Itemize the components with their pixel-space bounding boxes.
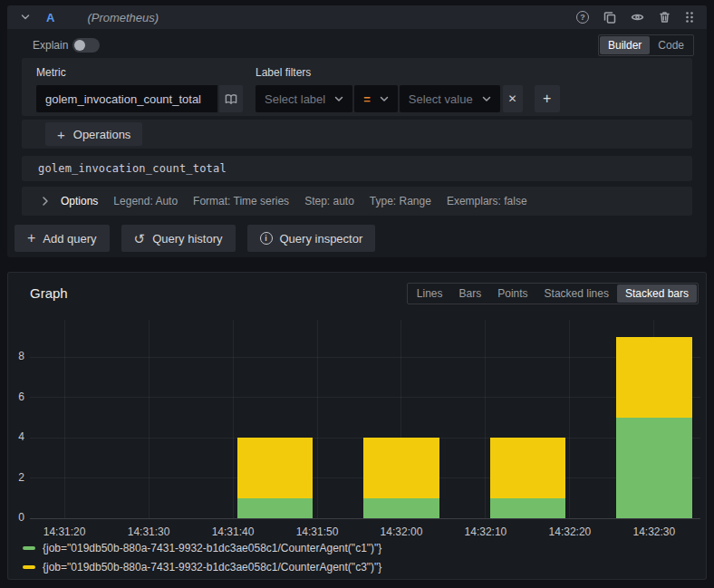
options-expand-chevron-icon[interactable] [42,196,49,207]
label-filters-label: Label filters [256,66,560,79]
query-toolbar: + Add query ↺ Query history i Query insp… [14,225,375,252]
explain-row: Explain Builder Code [7,36,707,56]
graph-mode-points[interactable]: Points [489,284,536,303]
options-summary-item: Type: Range [370,195,431,207]
query-inspector-label: Query inspector [280,232,363,246]
bar-segment[interactable] [616,337,692,418]
options-collapsible-row[interactable]: Options Legend: AutoFormat: Time seriesS… [22,187,692,216]
query-history-label: Query history [152,232,222,246]
drag-handle-icon[interactable] [685,11,694,24]
editor-mode-switch: Builder Code [598,34,694,56]
history-icon: ↺ [134,232,146,246]
legend-swatch [23,565,35,569]
y-tick-label: 0 [18,511,24,524]
legend-label: {job="019db50b-880a-7431-9932-b1dc3ae058… [43,542,381,554]
duplicate-query-icon[interactable] [603,11,616,24]
y-axis-labels: 02468 [8,320,24,518]
explain-toggle[interactable] [72,38,100,53]
graph-mode-stacked-bars[interactable]: Stacked bars [617,284,697,303]
x-gridline [233,320,234,518]
metric-select[interactable]: golem_invocation_count_total [36,85,217,112]
builder-mode-button[interactable]: Builder [600,36,650,54]
options-summary: Legend: AutoFormat: Time seriesStep: aut… [113,195,526,207]
x-gridline [149,320,150,518]
legend-label: {job="019db50b-880a-7431-9932-b1dc3ae058… [43,561,381,574]
operations-panel: + Operations [22,120,692,149]
operator-dropdown[interactable]: = [354,85,398,112]
add-filter-button[interactable]: + [535,85,560,112]
query-ref-id: A [46,11,54,24]
y-tick-label: 6 [18,390,24,403]
bar-segment[interactable] [490,438,566,498]
y-gridline [30,397,700,398]
metric-select-value: golem_invocation_count_total [45,92,201,106]
remove-filter-button[interactable]: ✕ [503,85,523,112]
metric-and-filters-panel: Metric golem_invocation_count_total Labe… [22,58,692,116]
bar-segment[interactable] [363,498,439,518]
info-icon: i [260,232,273,245]
chart-legend: {job="019db50b-880a-7431-9932-b1dc3ae058… [23,542,381,574]
operations-button-label: Operations [73,128,131,141]
x-tick-label: 14:31:50 [296,525,339,538]
x-axis-labels: 14:31:2014:31:3014:31:4014:31:5014:32:00… [30,525,700,540]
metric-field: Metric golem_invocation_count_total [36,66,243,108]
code-mode-button[interactable]: Code [650,36,692,54]
legend-item[interactable]: {job="019db50b-880a-7431-9932-b1dc3ae058… [23,542,381,554]
bar-segment[interactable] [237,498,314,518]
query-preview: golem_invocation_count_total [22,156,692,181]
query-row-actions: ? [576,11,694,24]
graph-style-switch: LinesBarsPointsStacked linesStacked bars [407,283,699,304]
query-history-button[interactable]: ↺ Query history [121,225,236,252]
x-gridline [485,320,486,518]
hide-response-eye-icon[interactable] [631,11,644,24]
graph-mode-lines[interactable]: Lines [409,284,451,303]
options-summary-item: Legend: Auto [113,195,178,207]
explore-view: A (Prometheus) ? Explain [0,0,714,588]
metrics-explorer-book-icon[interactable] [219,85,243,112]
x-tick-label: 14:32:10 [465,525,507,538]
bar-segment[interactable] [616,418,692,518]
bar-segment[interactable] [237,438,314,498]
metric-field-label: Metric [36,66,243,79]
query-row-header[interactable]: A (Prometheus) ? [7,5,707,29]
x-gridline [569,320,570,518]
x-gridline [64,320,65,518]
bar-segment[interactable] [490,498,566,518]
add-operation-button[interactable]: + Operations [45,122,142,146]
x-tick-label: 14:32:30 [633,525,676,538]
y-tick-label: 2 [18,471,24,484]
select-label-placeholder: Select label [265,92,325,106]
bar-segment[interactable] [363,438,439,498]
select-value-dropdown[interactable]: Select value [400,85,500,112]
plus-icon: + [27,230,35,246]
x-tick-label: 14:31:30 [128,525,170,538]
plus-icon: + [57,127,65,142]
graph-mode-stacked-lines[interactable]: Stacked lines [536,284,617,303]
x-gridline [317,320,318,518]
query-preview-text: golem_invocation_count_total [38,162,227,175]
graph-panel-title: Graph [30,285,68,301]
add-query-button[interactable]: + Add query [14,225,110,252]
y-gridline [30,357,700,358]
legend-swatch [23,546,35,550]
explain-label: Explain [33,39,68,52]
legend-item[interactable]: {job="019db50b-880a-7431-9932-b1dc3ae058… [23,561,381,574]
toggle-knob [74,40,85,51]
chart: 02468 14:31:2014:31:3014:31:4014:31:5014… [8,320,700,543]
graph-panel: Graph LinesBarsPointsStacked linesStacke… [7,272,707,580]
collapse-chevron-icon[interactable] [20,12,31,23]
options-summary-item: Step: auto [304,195,354,207]
query-inspector-button[interactable]: i Query inspector [247,225,376,252]
plot-area[interactable] [30,320,700,518]
remove-query-trash-icon[interactable] [659,11,671,24]
add-query-label: Add query [43,232,96,246]
x-tick-label: 14:31:40 [212,525,255,538]
y-tick-label: 8 [18,350,24,362]
options-summary-item: Format: Time series [193,195,289,207]
operator-value: = [363,92,371,106]
x-tick-label: 14:31:20 [43,525,86,538]
x-tick-label: 14:32:20 [549,525,592,538]
graph-mode-bars[interactable]: Bars [451,284,490,303]
select-label-dropdown[interactable]: Select label [256,85,352,112]
help-icon[interactable]: ? [576,11,589,24]
